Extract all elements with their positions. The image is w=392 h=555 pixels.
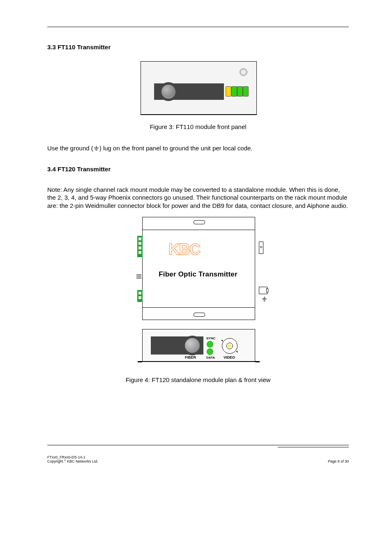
kbc-logo: KBC [168,241,200,258]
ground-lug-screw [240,68,247,76]
terminal-pin [138,237,142,241]
terminal-pin [138,251,142,254]
terminal-pin [138,246,142,250]
header-rule [47,27,349,27]
copyright-line: Copyright © KBC Networks Ltd. [47,459,98,463]
device-label: Fiber Optic Transmitter [136,270,260,279]
serial-connector [136,274,141,279]
figure-4-caption: Figure 4: FT120 standalone module plan &… [47,376,349,383]
video-label: VIDEO [224,355,235,359]
ground-instruction-pre: Use the ground ( [47,145,93,152]
footer-rule-full [47,445,349,445]
power-jack [259,242,263,254]
terminal-block-4way [137,236,143,257]
ft120-plan-view: KBC Fiber Optic Transmitter [136,217,260,320]
terminal-pin [138,296,142,299]
video-bnc-connector [222,338,238,354]
doc-id: FTxx0_FRxx0-DS-14-1 [47,455,98,459]
fiber-label: FIBER [185,355,196,359]
sync-label: SYNC [206,336,214,340]
mount-flange-right [255,361,260,362]
mount-slot-bottom [194,313,205,317]
ft120-front-view: FIBER SYNC DATA VIDEO [136,329,260,368]
footer: FTxx0_FRxx0-DS-14-1 Copyright © KBC Netw… [47,447,349,463]
ground-icon [94,146,99,151]
status-leds [226,86,249,97]
data-label: DATA [206,356,214,359]
fiber-port [185,338,200,353]
ground-instruction: Use the ground () lug on the front panel… [47,144,349,152]
footer-left: FTxx0_FRxx0-DS-14-1 Copyright © KBC Netw… [47,455,98,463]
figure-3-caption: Figure 3: FT110 module front panel [47,123,349,130]
section-3-4-note: Note: Any single channel rack mount modu… [47,186,349,210]
fiber-port [161,85,175,99]
section-3-4-heading: 3.4 FT120 Transmitter [47,166,349,173]
terminal-block-2way [137,290,143,302]
terminal-pin [138,242,142,245]
mount-flange-left [138,361,142,362]
figure-4: KBC Fiber Optic Transmitter FIBER [136,217,260,368]
status-leds: SYNC DATA [206,336,214,359]
led-green-2 [237,86,243,97]
ft110-front-panel [141,61,257,115]
led-yellow [226,86,231,97]
enclosure-outline [142,217,255,320]
page-number: Page 8 of 30 [328,459,349,463]
fiber-port-side [259,287,267,294]
mount-slot-top [194,220,205,224]
led-green-1 [231,86,237,97]
sync-led [207,341,213,348]
led-green-3 [243,86,249,97]
section-3-3-heading: 3.3 FT110 Transmitter [47,44,349,51]
footer-rule-right [278,447,349,447]
ground-instruction-post: ) lug on the front panel to ground the u… [99,145,253,152]
figure-3 [141,61,256,115]
data-led [207,348,213,355]
ground-icon [262,296,267,304]
terminal-pin [138,291,142,295]
